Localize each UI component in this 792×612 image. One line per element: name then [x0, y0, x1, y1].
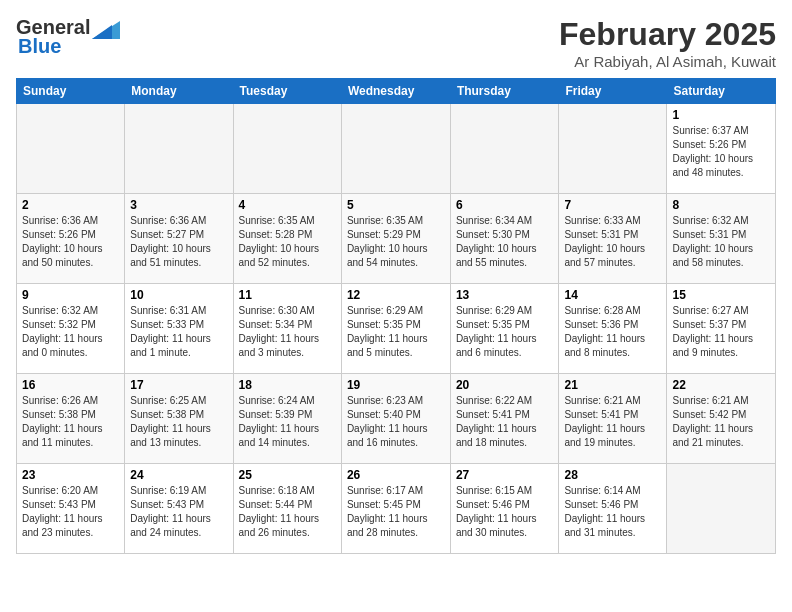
day-info: Sunrise: 6:21 AM Sunset: 5:41 PM Dayligh…	[564, 394, 661, 450]
day-info: Sunrise: 6:19 AM Sunset: 5:43 PM Dayligh…	[130, 484, 227, 540]
calendar-day-4-6	[667, 464, 776, 554]
header-monday: Monday	[125, 79, 233, 104]
day-info: Sunrise: 6:31 AM Sunset: 5:33 PM Dayligh…	[130, 304, 227, 360]
calendar-day-4-4: 27Sunrise: 6:15 AM Sunset: 5:46 PM Dayli…	[450, 464, 559, 554]
day-info: Sunrise: 6:21 AM Sunset: 5:42 PM Dayligh…	[672, 394, 770, 450]
calendar-day-1-6: 8Sunrise: 6:32 AM Sunset: 5:31 PM Daylig…	[667, 194, 776, 284]
subtitle: Ar Rabiyah, Al Asimah, Kuwait	[559, 53, 776, 70]
day-number: 28	[564, 468, 661, 482]
day-info: Sunrise: 6:30 AM Sunset: 5:34 PM Dayligh…	[239, 304, 336, 360]
calendar-day-3-3: 19Sunrise: 6:23 AM Sunset: 5:40 PM Dayli…	[341, 374, 450, 464]
calendar-day-2-1: 10Sunrise: 6:31 AM Sunset: 5:33 PM Dayli…	[125, 284, 233, 374]
day-info: Sunrise: 6:36 AM Sunset: 5:26 PM Dayligh…	[22, 214, 119, 270]
day-number: 6	[456, 198, 554, 212]
day-info: Sunrise: 6:28 AM Sunset: 5:36 PM Dayligh…	[564, 304, 661, 360]
calendar-day-3-0: 16Sunrise: 6:26 AM Sunset: 5:38 PM Dayli…	[17, 374, 125, 464]
day-number: 5	[347, 198, 445, 212]
calendar-week-1: 1Sunrise: 6:37 AM Sunset: 5:26 PM Daylig…	[17, 104, 776, 194]
day-number: 3	[130, 198, 227, 212]
calendar-day-1-0: 2Sunrise: 6:36 AM Sunset: 5:26 PM Daylig…	[17, 194, 125, 284]
day-number: 4	[239, 198, 336, 212]
day-info: Sunrise: 6:26 AM Sunset: 5:38 PM Dayligh…	[22, 394, 119, 450]
day-number: 22	[672, 378, 770, 392]
calendar-day-4-0: 23Sunrise: 6:20 AM Sunset: 5:43 PM Dayli…	[17, 464, 125, 554]
day-info: Sunrise: 6:27 AM Sunset: 5:37 PM Dayligh…	[672, 304, 770, 360]
day-number: 11	[239, 288, 336, 302]
calendar-day-0-2	[233, 104, 341, 194]
calendar-week-5: 23Sunrise: 6:20 AM Sunset: 5:43 PM Dayli…	[17, 464, 776, 554]
header-tuesday: Tuesday	[233, 79, 341, 104]
day-number: 19	[347, 378, 445, 392]
calendar-week-4: 16Sunrise: 6:26 AM Sunset: 5:38 PM Dayli…	[17, 374, 776, 464]
logo-icon	[92, 17, 120, 39]
calendar-day-3-4: 20Sunrise: 6:22 AM Sunset: 5:41 PM Dayli…	[450, 374, 559, 464]
day-number: 15	[672, 288, 770, 302]
header-wednesday: Wednesday	[341, 79, 450, 104]
calendar-day-2-0: 9Sunrise: 6:32 AM Sunset: 5:32 PM Daylig…	[17, 284, 125, 374]
day-number: 8	[672, 198, 770, 212]
calendar-day-2-2: 11Sunrise: 6:30 AM Sunset: 5:34 PM Dayli…	[233, 284, 341, 374]
day-info: Sunrise: 6:35 AM Sunset: 5:29 PM Dayligh…	[347, 214, 445, 270]
calendar-week-3: 9Sunrise: 6:32 AM Sunset: 5:32 PM Daylig…	[17, 284, 776, 374]
day-info: Sunrise: 6:32 AM Sunset: 5:31 PM Dayligh…	[672, 214, 770, 270]
day-info: Sunrise: 6:29 AM Sunset: 5:35 PM Dayligh…	[456, 304, 554, 360]
day-number: 14	[564, 288, 661, 302]
day-info: Sunrise: 6:17 AM Sunset: 5:45 PM Dayligh…	[347, 484, 445, 540]
logo-blue: Blue	[18, 35, 61, 58]
calendar-day-1-5: 7Sunrise: 6:33 AM Sunset: 5:31 PM Daylig…	[559, 194, 667, 284]
day-info: Sunrise: 6:35 AM Sunset: 5:28 PM Dayligh…	[239, 214, 336, 270]
calendar-table: Sunday Monday Tuesday Wednesday Thursday…	[16, 78, 776, 554]
day-info: Sunrise: 6:18 AM Sunset: 5:44 PM Dayligh…	[239, 484, 336, 540]
calendar-day-2-4: 13Sunrise: 6:29 AM Sunset: 5:35 PM Dayli…	[450, 284, 559, 374]
day-info: Sunrise: 6:14 AM Sunset: 5:46 PM Dayligh…	[564, 484, 661, 540]
day-number: 16	[22, 378, 119, 392]
calendar-day-2-5: 14Sunrise: 6:28 AM Sunset: 5:36 PM Dayli…	[559, 284, 667, 374]
calendar-week-2: 2Sunrise: 6:36 AM Sunset: 5:26 PM Daylig…	[17, 194, 776, 284]
header-saturday: Saturday	[667, 79, 776, 104]
day-number: 13	[456, 288, 554, 302]
day-number: 2	[22, 198, 119, 212]
day-number: 10	[130, 288, 227, 302]
day-number: 12	[347, 288, 445, 302]
day-number: 24	[130, 468, 227, 482]
calendar-day-0-0	[17, 104, 125, 194]
calendar-day-4-2: 25Sunrise: 6:18 AM Sunset: 5:44 PM Dayli…	[233, 464, 341, 554]
day-info: Sunrise: 6:33 AM Sunset: 5:31 PM Dayligh…	[564, 214, 661, 270]
month-title: February 2025	[559, 16, 776, 53]
svg-marker-1	[92, 25, 112, 39]
day-number: 20	[456, 378, 554, 392]
day-info: Sunrise: 6:22 AM Sunset: 5:41 PM Dayligh…	[456, 394, 554, 450]
calendar-day-4-1: 24Sunrise: 6:19 AM Sunset: 5:43 PM Dayli…	[125, 464, 233, 554]
day-info: Sunrise: 6:23 AM Sunset: 5:40 PM Dayligh…	[347, 394, 445, 450]
calendar-day-0-5	[559, 104, 667, 194]
calendar-day-1-1: 3Sunrise: 6:36 AM Sunset: 5:27 PM Daylig…	[125, 194, 233, 284]
day-number: 18	[239, 378, 336, 392]
calendar-day-3-6: 22Sunrise: 6:21 AM Sunset: 5:42 PM Dayli…	[667, 374, 776, 464]
day-number: 27	[456, 468, 554, 482]
day-info: Sunrise: 6:36 AM Sunset: 5:27 PM Dayligh…	[130, 214, 227, 270]
page-header: General Blue February 2025 Ar Rabiyah, A…	[16, 16, 776, 70]
day-info: Sunrise: 6:32 AM Sunset: 5:32 PM Dayligh…	[22, 304, 119, 360]
day-number: 23	[22, 468, 119, 482]
calendar-day-1-2: 4Sunrise: 6:35 AM Sunset: 5:28 PM Daylig…	[233, 194, 341, 284]
day-info: Sunrise: 6:34 AM Sunset: 5:30 PM Dayligh…	[456, 214, 554, 270]
header-thursday: Thursday	[450, 79, 559, 104]
calendar-day-0-4	[450, 104, 559, 194]
calendar-day-2-6: 15Sunrise: 6:27 AM Sunset: 5:37 PM Dayli…	[667, 284, 776, 374]
calendar-day-4-5: 28Sunrise: 6:14 AM Sunset: 5:46 PM Dayli…	[559, 464, 667, 554]
day-number: 1	[672, 108, 770, 122]
calendar-day-4-3: 26Sunrise: 6:17 AM Sunset: 5:45 PM Dayli…	[341, 464, 450, 554]
calendar-header-row: Sunday Monday Tuesday Wednesday Thursday…	[17, 79, 776, 104]
day-info: Sunrise: 6:24 AM Sunset: 5:39 PM Dayligh…	[239, 394, 336, 450]
day-number: 21	[564, 378, 661, 392]
day-info: Sunrise: 6:25 AM Sunset: 5:38 PM Dayligh…	[130, 394, 227, 450]
header-friday: Friday	[559, 79, 667, 104]
header-sunday: Sunday	[17, 79, 125, 104]
calendar-day-1-3: 5Sunrise: 6:35 AM Sunset: 5:29 PM Daylig…	[341, 194, 450, 284]
title-section: February 2025 Ar Rabiyah, Al Asimah, Kuw…	[559, 16, 776, 70]
day-info: Sunrise: 6:20 AM Sunset: 5:43 PM Dayligh…	[22, 484, 119, 540]
day-number: 9	[22, 288, 119, 302]
calendar-day-0-3	[341, 104, 450, 194]
calendar-day-0-1	[125, 104, 233, 194]
day-number: 17	[130, 378, 227, 392]
